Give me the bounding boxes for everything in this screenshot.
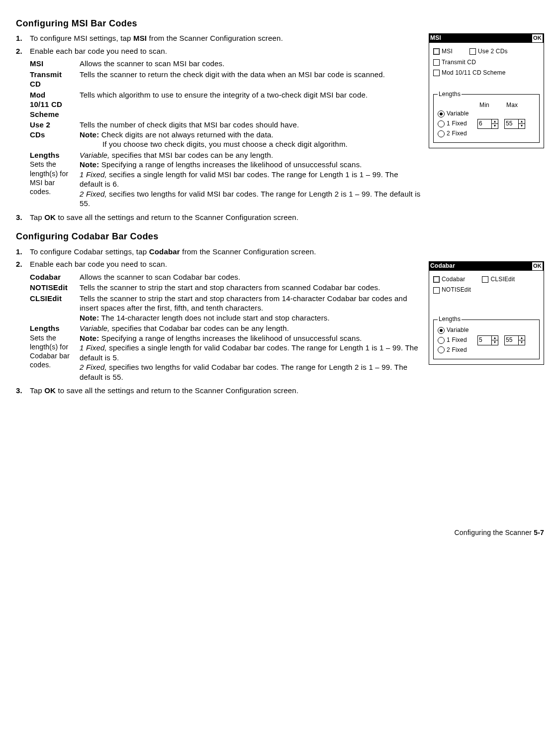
desc-transmit-cd: Tells the scanner to return the check di… xyxy=(80,70,422,80)
lengths-group: Lengths Min Max Variable 1 Fixed 6▲▼ 55▲… xyxy=(433,91,540,143)
spin-min[interactable]: 5▲▼ xyxy=(477,335,498,345)
desc-lengths: Variable, specifies that MSI bar codes c… xyxy=(80,150,422,209)
radio-1fixed[interactable]: 1 Fixed xyxy=(438,120,477,128)
page-footer: Configuring the Scanner 5-7 xyxy=(16,528,544,537)
term-notisedit: NOTISEdit xyxy=(30,283,80,293)
step-text: Enable each bar code you need to scan. xyxy=(30,260,167,268)
term-lengths: Lengths Sets the length(s) for MSI bar c… xyxy=(30,150,80,196)
term-msi: MSI xyxy=(30,59,80,69)
checkbox-use2cds[interactable]: Use 2 CDs xyxy=(469,48,508,56)
checkbox-mod-scheme[interactable]: Mod 10/11 CD Scheme xyxy=(433,69,506,77)
desc-use2cds: Tells the number of check digits that MS… xyxy=(80,120,422,149)
radio-2fixed[interactable]: 2 Fixed xyxy=(438,130,477,138)
desc-clsiedit: Tells the scanner to strip the start and… xyxy=(80,294,422,323)
lengths-legend: Lengths xyxy=(438,91,462,99)
term-clsiedit: CLSIEdit xyxy=(30,294,80,304)
desc-notisedit: Tells the scanner to strip the start and… xyxy=(80,283,422,293)
term-use2cds: Use 2 CDs xyxy=(30,120,80,139)
term-mod-scheme: Mod 10/11 CD Scheme xyxy=(30,90,80,119)
figure-codabar-dialog: Codabar OK Codabar CLSIEdit NOTISEdit Le… xyxy=(429,261,544,365)
checkbox-msi[interactable]: MSI xyxy=(433,48,453,56)
lengths-legend: Lengths xyxy=(438,316,462,323)
step-text: Enable each bar code you need to scan. xyxy=(30,47,167,55)
step-text: To configure MSI settings, tap MSI from … xyxy=(30,33,422,43)
spin-max[interactable]: 55▲▼ xyxy=(504,119,525,129)
step-text: To configure Codabar settings, tap Codab… xyxy=(30,247,544,257)
ok-button[interactable]: OK xyxy=(532,34,543,42)
spin-min[interactable]: 6▲▼ xyxy=(477,119,498,129)
step-number: 2. xyxy=(16,259,30,383)
desc-lengths: Variable, specifies that Codabar bar cod… xyxy=(80,323,422,382)
radio-2fixed[interactable]: 2 Fixed xyxy=(438,346,477,354)
checkbox-transmit-cd[interactable]: Transmit CD xyxy=(433,59,476,67)
step-number: 1. xyxy=(16,247,30,257)
desc-mod-scheme: Tells which algorithm to use to ensure t… xyxy=(80,90,422,100)
step-number: 2. xyxy=(16,46,30,210)
desc-codabar: Allows the scanner to scan Codabar bar c… xyxy=(80,272,422,282)
desc-msi: Allows the scanner to scan MSI bar codes… xyxy=(80,59,422,69)
col-max: Max xyxy=(504,102,531,109)
term-lengths: Lengths Sets the length(s) for Codabar b… xyxy=(30,323,80,369)
step-number: 3. xyxy=(16,213,30,222)
dialog-title: MSI xyxy=(430,34,441,42)
term-codabar: Codabar xyxy=(30,272,80,282)
heading-msi: Configuring MSI Bar Codes xyxy=(16,18,544,29)
step-number: 3. xyxy=(16,386,30,396)
radio-1fixed[interactable]: 1 Fixed xyxy=(438,336,477,344)
col-min: Min xyxy=(477,102,504,109)
checkbox-clsiedit[interactable]: CLSIEdit xyxy=(482,276,515,284)
radio-variable[interactable]: Variable xyxy=(438,110,477,118)
step-text: Tap OK to save all the settings and retu… xyxy=(30,213,544,222)
lengths-group: Lengths Variable 1 Fixed 5▲▼ 55▲▼ 2 Fixe… xyxy=(433,316,540,359)
ok-button[interactable]: OK xyxy=(532,262,543,270)
radio-variable[interactable]: Variable xyxy=(438,326,477,334)
step-number: 1. xyxy=(16,33,30,43)
figure-msi-dialog: MSI OK MSI Use 2 CDs Transmit CD Mod 10/… xyxy=(429,33,544,148)
spin-max[interactable]: 55▲▼ xyxy=(504,335,525,345)
dialog-title: Codabar xyxy=(430,262,455,270)
checkbox-notisedit[interactable]: NOTISEdit xyxy=(433,286,471,294)
checkbox-codabar[interactable]: Codabar xyxy=(433,276,465,284)
term-transmit-cd: Transmit CD xyxy=(30,70,80,89)
heading-codabar: Configuring Codabar Bar Codes xyxy=(16,231,544,242)
step-text: Tap OK to save all the settings and retu… xyxy=(30,386,544,396)
